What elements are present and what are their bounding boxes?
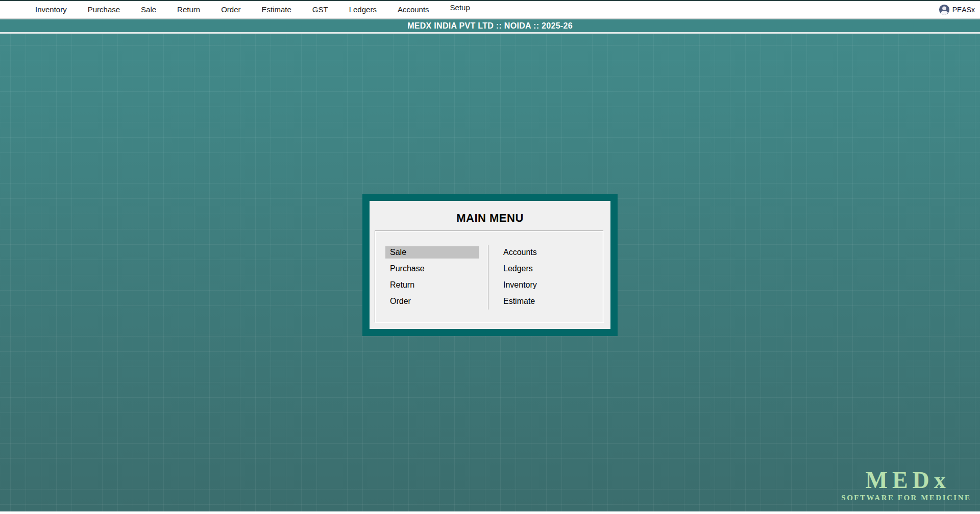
main-menu-box: Sale Purchase Return Order Accounts Ledg… xyxy=(375,230,603,322)
main-menu-right-column: Accounts Ledgers Inventory Estimate xyxy=(499,246,592,312)
brand-logo: MEDx SOFTWARE FOR MEDICINE xyxy=(841,469,970,502)
menubar-items: Inventory Purchase Sale Return Order Est… xyxy=(0,1,470,19)
user-chip[interactable]: PEASx xyxy=(939,4,980,15)
menubar-item-gst[interactable]: GST xyxy=(312,1,328,19)
menu-option-estimate[interactable]: Estimate xyxy=(499,295,592,307)
menubar-item-inventory[interactable]: Inventory xyxy=(35,1,67,19)
menubar-item-accounts[interactable]: Accounts xyxy=(398,1,429,19)
workspace: MAIN MENU Sale Purchase Return Order Acc… xyxy=(0,34,980,511)
menubar-item-ledgers[interactable]: Ledgers xyxy=(349,1,377,19)
menubar-item-sale[interactable]: Sale xyxy=(141,1,156,19)
menu-option-inventory[interactable]: Inventory xyxy=(499,279,592,291)
user-name: PEASx xyxy=(952,6,975,14)
brand-name: MEDx xyxy=(841,469,974,492)
menu-option-ledgers[interactable]: Ledgers xyxy=(499,263,592,275)
main-menu-left-column: Sale Purchase Return Order xyxy=(385,246,479,312)
menubar-item-order[interactable]: Order xyxy=(221,1,240,19)
menubar-item-setup[interactable]: Setup xyxy=(450,0,470,17)
menubar: Inventory Purchase Sale Return Order Est… xyxy=(0,1,980,19)
menu-option-purchase[interactable]: Purchase xyxy=(385,263,479,275)
menu-option-order[interactable]: Order xyxy=(385,295,479,307)
menu-option-accounts[interactable]: Accounts xyxy=(499,246,592,259)
menu-option-sale[interactable]: Sale xyxy=(385,246,479,259)
menubar-item-estimate[interactable]: Estimate xyxy=(261,1,291,19)
main-menu-title: MAIN MENU xyxy=(370,212,610,225)
titlebar-text: MEDX INDIA PVT LTD :: NOIDA :: 2025-26 xyxy=(407,21,573,31)
main-menu-dialog: MAIN MENU Sale Purchase Return Order Acc… xyxy=(362,194,618,336)
menu-option-return[interactable]: Return xyxy=(385,279,479,291)
app-window: Inventory Purchase Sale Return Order Est… xyxy=(0,0,980,514)
column-divider xyxy=(488,245,488,310)
menubar-item-purchase[interactable]: Purchase xyxy=(88,1,120,19)
titlebar: MEDX INDIA PVT LTD :: NOIDA :: 2025-26 xyxy=(0,19,980,34)
brand-tagline: SOFTWARE FOR MEDICINE xyxy=(841,494,971,502)
menubar-item-return[interactable]: Return xyxy=(177,1,200,19)
user-avatar-icon xyxy=(939,4,950,15)
